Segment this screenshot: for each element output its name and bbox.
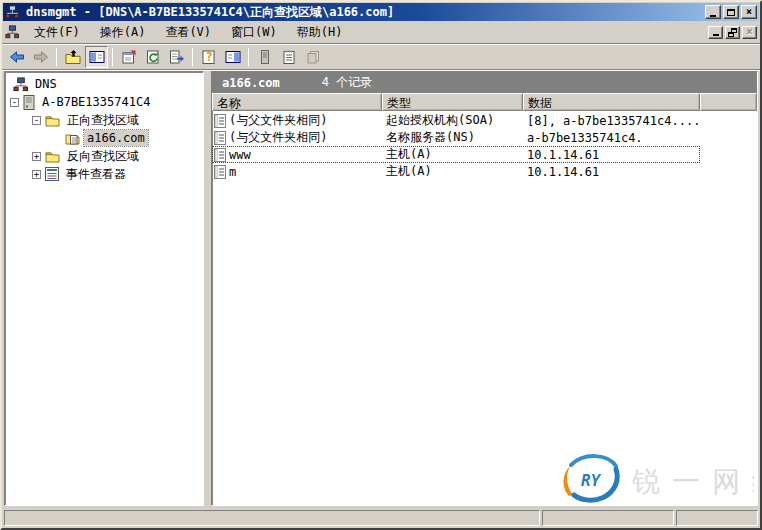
event-viewer-icon: [45, 167, 59, 181]
notepad-icon[interactable]: [277, 46, 300, 68]
record-type: 主机(A): [382, 146, 523, 163]
toolbar: ?: [2, 44, 760, 70]
mdi-restore-button[interactable]: [725, 26, 740, 39]
record-data: a-b7be1335741c4.: [523, 131, 700, 145]
refresh-icon[interactable]: [141, 46, 164, 68]
column-headers: 名称 类型 数据: [212, 93, 757, 111]
column-header-name[interactable]: 名称: [212, 93, 382, 111]
column-header-type[interactable]: 类型: [382, 93, 523, 111]
record-type: 名称服务器(NS): [382, 129, 523, 146]
copy-icon[interactable]: [301, 46, 324, 68]
maximize-button[interactable]: [723, 5, 739, 19]
folder-icon: [45, 114, 60, 127]
tree-item-dns-root[interactable]: DNS: [5, 75, 203, 93]
tree-item-zone-a166[interactable]: a166.com: [5, 129, 203, 147]
zone-name: a166.com: [222, 76, 280, 90]
tree-label: 正向查找区域: [64, 111, 142, 130]
collapse-toggle[interactable]: -: [10, 98, 19, 107]
record-name: (与父文件夹相同): [229, 129, 327, 146]
tree-item-forward-zones[interactable]: - 正向查找区域: [5, 111, 203, 129]
data-file-icon[interactable]: [253, 46, 276, 68]
record-type: 主机(A): [382, 163, 523, 180]
back-icon[interactable]: [5, 46, 28, 68]
tree-label: DNS: [32, 76, 60, 92]
table-row-ns[interactable]: (与父文件夹相同) 名称服务器(NS) a-b7be1335741c4.: [212, 129, 700, 146]
tree-item-event-viewer[interactable]: + 事件查看器: [5, 165, 203, 183]
mdi-child-icon[interactable]: [5, 25, 19, 39]
status-section-3: [676, 510, 758, 526]
title-bar: dnsmgmt - [DNS\A-B7BE1335741C4\正向查找区域\a1…: [3, 3, 759, 21]
dns-network-icon: [13, 77, 28, 92]
dns-console-window: dnsmgmt - [DNS\A-B7BE1335741C4\正向查找区域\a1…: [0, 0, 762, 530]
record-icon: [214, 148, 226, 162]
record-count: 4 个记录: [322, 74, 372, 91]
record-data: 10.1.14.61: [523, 165, 700, 179]
mdi-close-button[interactable]: ×: [742, 26, 757, 39]
description-bar: a166.com 4 个记录: [212, 72, 757, 93]
column-header-data[interactable]: 数据: [523, 93, 700, 111]
tree-label-selected: a166.com: [84, 130, 148, 146]
record-data: 10.1.14.61: [523, 148, 700, 162]
result-pane: a166.com 4 个记录 名称 类型 数据 (与父文件夹相同) 起始授权机构…: [211, 71, 758, 506]
menu-file[interactable]: 文件(F): [25, 22, 89, 43]
tree-label: 反向查找区域: [64, 147, 142, 166]
record-name: m: [229, 165, 236, 179]
menu-bar: 文件(F) 操作(A) 查看(V) 窗口(W) 帮助(H) ×: [2, 21, 760, 44]
properties-icon[interactable]: [117, 46, 140, 68]
minimize-button[interactable]: [705, 5, 721, 19]
tree-label: A-B7BE1335741C4: [39, 94, 153, 110]
help-icon[interactable]: ?: [197, 46, 220, 68]
window-title: dnsmgmt - [DNS\A-B7BE1335741C4\正向查找区域\a1…: [26, 4, 702, 21]
show-hide-action-pane-icon[interactable]: [221, 46, 244, 68]
zone-folder-icon: [65, 132, 80, 145]
mdi-minimize-button[interactable]: [708, 26, 723, 39]
tree-item-reverse-zones[interactable]: + 反向查找区域: [5, 147, 203, 165]
status-bar: [2, 508, 760, 528]
table-row-www[interactable]: www 主机(A) 10.1.14.61: [212, 146, 700, 163]
close-button[interactable]: ×: [741, 5, 757, 19]
record-name: www: [229, 148, 251, 162]
collapse-toggle[interactable]: -: [32, 116, 41, 125]
up-one-level-icon[interactable]: [61, 46, 84, 68]
tree-item-server[interactable]: - A-B7BE1335741C4: [5, 93, 203, 111]
menu-action[interactable]: 操作(A): [91, 22, 155, 43]
server-icon: [23, 95, 35, 110]
expand-toggle[interactable]: +: [32, 152, 41, 161]
menu-window[interactable]: 窗口(W): [222, 22, 286, 43]
status-section-2: [542, 510, 674, 526]
export-list-icon[interactable]: [165, 46, 188, 68]
record-data: [8], a-b7be1335741c4....: [523, 114, 700, 128]
svg-text:?: ?: [205, 50, 212, 64]
column-header-filler: [700, 93, 757, 111]
record-name: (与父文件夹相同): [229, 112, 327, 129]
table-row-m[interactable]: m 主机(A) 10.1.14.61: [212, 163, 700, 180]
record-list: (与父文件夹相同) 起始授权机构(SOA) [8], a-b7be1335741…: [212, 111, 757, 180]
status-section-main: [4, 510, 540, 526]
tree-label: 事件查看器: [63, 165, 129, 184]
show-hide-console-tree-icon[interactable]: [85, 46, 108, 68]
table-row-soa[interactable]: (与父文件夹相同) 起始授权机构(SOA) [8], a-b7be1335741…: [212, 112, 700, 129]
dns-console-icon: [5, 5, 19, 19]
menu-help[interactable]: 帮助(H): [288, 22, 352, 43]
record-type: 起始授权机构(SOA): [382, 112, 523, 129]
expand-toggle[interactable]: +: [32, 170, 41, 179]
menu-view[interactable]: 查看(V): [156, 22, 220, 43]
forward-icon[interactable]: [29, 46, 52, 68]
folder-icon: [45, 150, 60, 163]
console-tree-pane: DNS - A-B7BE1335741C4 - 正向查找区域: [4, 71, 204, 506]
record-icon: [214, 165, 226, 179]
record-icon: [214, 114, 226, 128]
main-area: DNS - A-B7BE1335741C4 - 正向查找区域: [2, 70, 760, 508]
pane-splitter[interactable]: [204, 71, 211, 506]
record-icon: [214, 131, 226, 145]
